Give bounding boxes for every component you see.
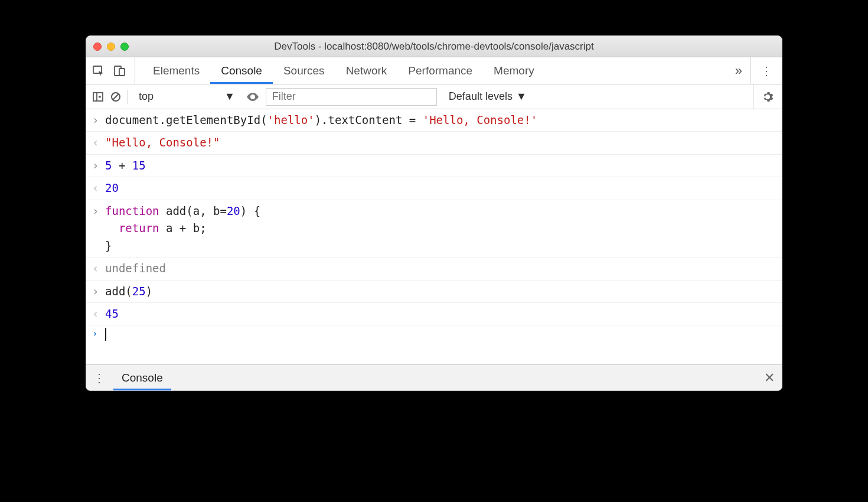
- close-drawer-icon[interactable]: ✕: [764, 370, 775, 386]
- titlebar: DevTools - localhost:8080/web/tools/chro…: [86, 36, 782, 57]
- console-output-row: undefined: [86, 257, 782, 280]
- main-menu-icon[interactable]: ⋮: [750, 57, 776, 84]
- code-text: add(25): [105, 283, 152, 300]
- close-window-button[interactable]: [93, 43, 102, 51]
- output-marker-icon: [92, 134, 105, 151]
- chevron-down-icon: ▼: [224, 90, 235, 103]
- prompt-icon: [92, 328, 105, 339]
- minimize-window-button[interactable]: [107, 43, 115, 51]
- console-output-row: 45: [86, 303, 782, 325]
- console-output-row: 20: [86, 177, 782, 200]
- code-text: 20: [105, 180, 119, 197]
- console-input-row: function add(a, b=20) { return a + b; }: [86, 200, 782, 257]
- console-output-row: "Hello, Console!": [86, 132, 782, 154]
- tabs-overflow-icon[interactable]: »: [729, 63, 748, 79]
- code-text: undefined: [105, 260, 166, 277]
- code-text: document.getElementById('hello').textCon…: [105, 112, 537, 129]
- drawer-console-tab[interactable]: Console: [113, 365, 171, 390]
- tab-elements[interactable]: Elements: [142, 57, 210, 84]
- execution-context-select[interactable]: top ▼: [134, 89, 240, 104]
- svg-rect-3: [93, 93, 103, 101]
- zoom-window-button[interactable]: [120, 43, 129, 51]
- svg-point-5: [252, 96, 254, 98]
- show-console-sidebar-icon[interactable]: [92, 91, 104, 103]
- toggle-device-icon[interactable]: [113, 64, 126, 77]
- svg-rect-2: [119, 69, 125, 76]
- console-toolbar: top ▼ Default levels ▼: [86, 84, 782, 109]
- drawer: ⋮ Console ✕: [86, 364, 782, 390]
- tab-memory[interactable]: Memory: [483, 57, 545, 84]
- tab-network[interactable]: Network: [335, 57, 398, 84]
- live-expression-icon[interactable]: [246, 90, 260, 104]
- console-settings-icon[interactable]: [753, 84, 776, 109]
- output-marker-icon: [92, 180, 105, 197]
- clear-console-icon[interactable]: [110, 91, 122, 103]
- input-marker-icon: [92, 157, 105, 174]
- code-text: function add(a, b=20) { return a + b; }: [105, 203, 260, 255]
- chevron-down-icon: ▼: [516, 90, 527, 103]
- drawer-menu-icon[interactable]: ⋮: [93, 371, 113, 385]
- tab-console[interactable]: Console: [210, 57, 273, 84]
- inspect-element-icon[interactable]: [92, 64, 105, 77]
- tab-performance[interactable]: Performance: [397, 57, 483, 84]
- log-levels-select[interactable]: Default levels ▼: [443, 90, 527, 103]
- output-marker-icon: [92, 260, 105, 277]
- console-input-row: 5 + 15: [86, 155, 782, 177]
- devtools-tabbar: ElementsConsoleSourcesNetworkPerformance…: [86, 57, 782, 84]
- code-text: 5 + 15: [105, 157, 146, 174]
- console-output: document.getElementById('hello').textCon…: [86, 109, 782, 325]
- text-cursor: [105, 328, 106, 341]
- traffic-lights: [93, 43, 129, 51]
- filter-input[interactable]: [266, 88, 437, 106]
- code-text: 45: [105, 305, 119, 322]
- devtools-window: DevTools - localhost:8080/web/tools/chro…: [86, 35, 782, 391]
- input-marker-icon: [92, 112, 105, 129]
- tab-sources[interactable]: Sources: [273, 57, 335, 84]
- log-levels-label: Default levels: [449, 90, 513, 103]
- input-marker-icon: [92, 283, 105, 300]
- execution-context-label: top: [139, 90, 154, 103]
- output-marker-icon: [92, 305, 105, 322]
- input-marker-icon: [92, 203, 105, 220]
- window-title: DevTools - localhost:8080/web/tools/chro…: [86, 41, 782, 53]
- console-prompt-row[interactable]: [86, 325, 782, 364]
- console-input-row: add(25): [86, 281, 782, 303]
- code-text: "Hello, Console!": [105, 134, 220, 151]
- console-input-row: document.getElementById('hello').textCon…: [86, 109, 782, 132]
